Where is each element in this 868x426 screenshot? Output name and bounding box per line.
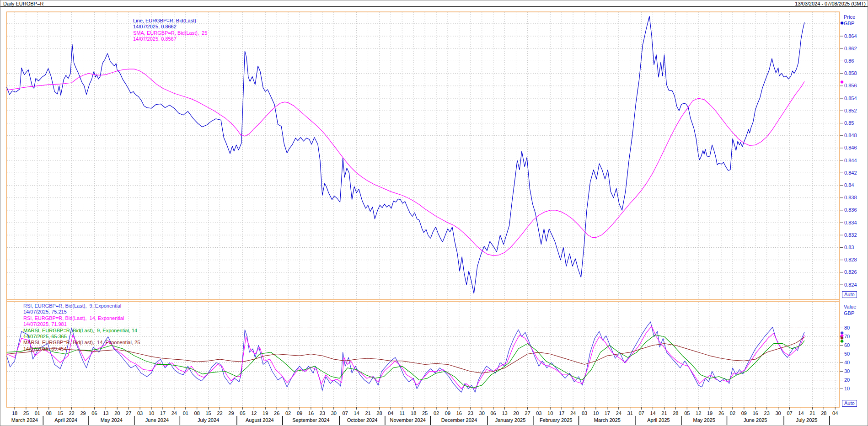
x-axis-day-label: 18 <box>12 410 17 416</box>
x-axis-day-label: 27 <box>525 410 530 416</box>
x-axis-month-label: February 2025 <box>540 417 573 423</box>
x-axis-day-label: 22 <box>217 410 222 416</box>
x-axis-month-label: October 2024 <box>347 417 378 423</box>
rsi-14-exponential-line <box>7 326 804 389</box>
value-axis-tick-label: 70 <box>844 334 850 339</box>
x-axis-day-label: 13 <box>502 410 507 416</box>
value-axis-tick-label: 40 <box>844 360 850 365</box>
x-axis-day-label: 16 <box>456 410 462 416</box>
price-axis-tick-label: 0.832 <box>844 232 857 238</box>
x-axis-day-label: 25 <box>23 410 29 416</box>
price-axis-tick-label: 0.848 <box>844 133 857 138</box>
x-axis-month-label: July 2025 <box>796 417 817 423</box>
x-axis-day-label: 26 <box>274 410 279 416</box>
x-axis-day-label: 11 <box>400 410 405 416</box>
price-axis-tick-label: 0.84 <box>844 182 854 188</box>
x-axis-day-label: 09 <box>445 410 450 416</box>
x-axis-day-label: 17 <box>559 410 564 416</box>
x-axis-month-label: May 2024 <box>101 417 123 423</box>
value-axis-tick-label: 30 <box>844 368 850 374</box>
rsi-legend-line: RSI, EURGBP=R, Bid(Last), 9, Exponential <box>23 303 121 309</box>
line-eurgbp-r-bid-last--line <box>7 16 804 294</box>
price-axis-tick-label: 0.854 <box>844 96 857 101</box>
price-axis-tick-label: 0.842 <box>844 170 857 176</box>
price-legend-line: 14/07/2025, 0.8567 <box>133 36 177 42</box>
value-axis-tick-label: 80 <box>844 325 850 330</box>
x-axis-month-label: June 2025 <box>744 417 767 423</box>
value-axis-auto-button[interactable]: Auto <box>842 400 857 407</box>
x-axis-month-label: November 2024 <box>390 417 426 423</box>
price-axis-tick-label: 0.834 <box>844 220 857 225</box>
x-axis-day-label: 21 <box>661 410 667 416</box>
value-axis-tick-label: 10 <box>844 386 850 391</box>
x-axis-day-label: 07 <box>638 410 644 416</box>
price-axis-tick-label: 0.86 <box>844 58 854 64</box>
x-axis-day-label: 25 <box>422 410 428 416</box>
x-axis-day-label: 02 <box>434 410 439 416</box>
x-axis-day-label: 10 <box>547 410 553 416</box>
chart-application-window: { "header": { "title": "Daily EURGBP=R",… <box>0 0 868 426</box>
price-axis-tick-label: 0.838 <box>844 195 857 200</box>
rsi-legend-line: 14/07/2025, 71.981 <box>23 321 67 327</box>
x-axis-day-label: 05 <box>684 410 690 416</box>
price-last-value-marker: ◆ <box>840 20 844 25</box>
x-axis-day-label: 10 <box>149 410 154 416</box>
price-axis-auto-button[interactable]: Auto <box>842 291 857 298</box>
value-axis-currency: GBP <box>844 310 854 316</box>
x-axis-day-label: 05 <box>240 410 245 416</box>
x-axis-day-label: 07 <box>787 410 792 416</box>
x-axis-month-label: March 2025 <box>594 417 621 423</box>
x-axis-day-label: 04 <box>388 410 393 416</box>
x-axis-day-label: 16 <box>753 410 758 416</box>
x-axis-day-label: 26 <box>718 410 724 416</box>
price-axis-title: Price <box>844 14 855 20</box>
x-axis-day-label: 15 <box>58 410 63 416</box>
x-axis-day-label: 30 <box>331 410 337 416</box>
x-axis-day-label: 28 <box>821 410 826 416</box>
price-axis-tick-label: 0.858 <box>844 70 857 76</box>
x-axis-month-label: August 2024 <box>246 417 274 423</box>
x-axis-day-label: 31 <box>627 410 633 416</box>
price-axis-currency: GBP <box>844 21 854 26</box>
value-last-value-marker: ◆ <box>840 338 844 343</box>
price-legend-line: 14/07/2025, 0.8662 <box>133 24 177 30</box>
value-axis-title: Value <box>844 304 856 309</box>
x-axis-day-label: 01 <box>183 410 188 416</box>
price-axis-tick-label: 0.862 <box>844 46 857 51</box>
x-axis-day-label: 28 <box>673 410 678 416</box>
x-axis-day-label: 07 <box>343 410 348 416</box>
x-axis-day-label: 14 <box>798 410 804 416</box>
x-axis-day-label: 03 <box>582 410 587 416</box>
price-last-value-marker: ◆ <box>840 79 844 84</box>
x-axis-day-label: 15 <box>206 410 211 416</box>
x-axis-day-label: 30 <box>776 410 781 416</box>
x-axis-day-label: 21 <box>809 410 815 416</box>
rsi-legend-line: MARSI, EURGBP=R, Bid(Last), 14, Exponent… <box>23 340 140 346</box>
rsi-legend-line: MARSI, EURGBP=R, Bid(Last), 9, Exponenti… <box>23 328 137 334</box>
x-axis-day-label: 09 <box>741 410 747 416</box>
x-axis-day-label: 20 <box>513 410 519 416</box>
chart-canvas[interactable] <box>0 0 868 426</box>
x-axis-month-label: May 2025 <box>693 417 715 423</box>
x-axis-month-label: January 2025 <box>495 417 526 423</box>
price-legend-line: Line, EURGBP=R, Bid(Last) <box>133 18 196 24</box>
price-axis-tick-label: 0.824 <box>844 282 857 288</box>
x-axis-day-label: 24 <box>570 410 576 416</box>
x-axis-day-label: 02 <box>285 410 291 416</box>
x-axis-day-label: 17 <box>160 410 166 416</box>
value-axis-tick-label: 20 <box>844 377 850 383</box>
value-axis-tick-label: 60 <box>844 342 850 348</box>
x-axis-month-label: April 2024 <box>54 417 77 423</box>
x-axis-day-label: 24 <box>171 410 177 416</box>
sma-25-line <box>7 69 804 256</box>
x-axis-month-label: June 2024 <box>145 417 169 423</box>
price-axis-tick-label: 0.85 <box>844 120 854 126</box>
x-axis-day-label: 19 <box>707 410 713 416</box>
price-axis-tick-label: 0.83 <box>844 245 854 250</box>
x-axis-day-label: 21 <box>365 410 370 416</box>
x-axis-day-label: 20 <box>114 410 120 416</box>
x-axis-day-label: 30 <box>479 410 485 416</box>
x-axis-day-label: 09 <box>297 410 302 416</box>
x-axis-day-label: 14 <box>354 410 359 416</box>
x-axis-day-label: 22 <box>69 410 74 416</box>
